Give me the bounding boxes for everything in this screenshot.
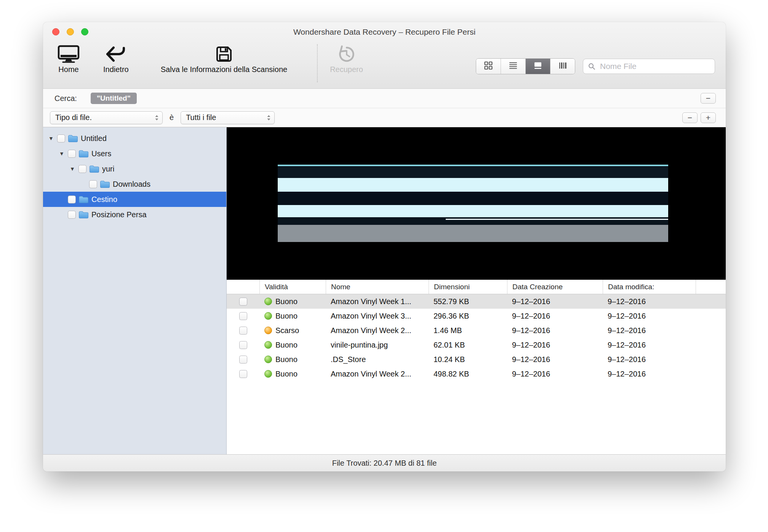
validity-label: Scarso <box>275 326 299 335</box>
remove-filter-button[interactable]: − <box>682 112 698 123</box>
file-type-value: Tipo di file. <box>55 113 92 122</box>
home-button[interactable]: Home <box>58 44 80 74</box>
grid-view-icon <box>483 61 493 72</box>
toolbar-divider <box>317 44 318 82</box>
row-checkbox[interactable] <box>239 356 247 364</box>
file-modified: 9–12–2016 <box>603 312 696 320</box>
status-bar: File Trovati: 20.47 MB di 81 file <box>43 454 726 471</box>
row-checkbox[interactable] <box>239 341 247 349</box>
folder-checkbox[interactable] <box>57 135 65 143</box>
folder-icon <box>78 195 89 204</box>
file-size: 1.46 MB <box>429 326 507 335</box>
file-modified: 9–12–2016 <box>603 297 696 306</box>
row-checkbox[interactable] <box>239 312 247 320</box>
column-header-created[interactable]: Data Creazione <box>507 280 603 294</box>
disclosure-triangle-icon[interactable]: ▼ <box>69 166 76 172</box>
file-name: vinile-puntina.jpg <box>326 341 429 349</box>
file-row[interactable]: BuonoAmazon Vinyl Week 2...498.82 KB9–12… <box>227 367 726 381</box>
file-name: Amazon Vinyl Week 3... <box>326 312 429 320</box>
file-kind-dropdown[interactable]: Tutti i file <box>181 111 275 124</box>
search-criteria-bar: Cerca: "Untitled" − <box>43 89 726 108</box>
folder-label: Users <box>91 149 111 158</box>
add-filter-button[interactable]: + <box>701 112 716 123</box>
filter-criteria-bar: Tipo di file. è Tutti i file − + <box>43 108 726 127</box>
back-button[interactable]: Indietro <box>103 44 129 74</box>
column-header-validity[interactable]: Validità <box>259 280 326 294</box>
close-button[interactable] <box>52 28 59 35</box>
file-list: BuonoAmazon Vinyl Week 1...552.79 KB9–12… <box>227 294 726 381</box>
disclosure-triangle-icon[interactable]: ▼ <box>48 135 54 141</box>
folder-checkbox[interactable] <box>68 150 76 158</box>
file-size: 498.82 KB <box>429 370 507 378</box>
zoom-button[interactable] <box>81 28 88 35</box>
validity-label: Buono <box>275 355 298 364</box>
file-row[interactable]: ScarsoAmazon Vinyl Week 2...1.46 MB9–12–… <box>227 323 726 338</box>
validity-label: Buono <box>275 370 298 378</box>
filter-connector-label: è <box>170 113 174 122</box>
file-kind-value: Tutti i file <box>186 113 216 122</box>
validity-label: Buono <box>275 341 298 349</box>
recover-label: Recupero <box>330 65 363 74</box>
preview-image <box>278 165 669 242</box>
row-checkbox[interactable] <box>239 298 247 306</box>
folder-checkbox[interactable] <box>68 211 76 219</box>
file-size: 10.24 KB <box>429 355 507 364</box>
row-checkbox[interactable] <box>239 370 247 378</box>
back-label: Indietro <box>103 65 129 74</box>
search-input[interactable] <box>599 61 710 71</box>
file-modified: 9–12–2016 <box>603 326 696 335</box>
file-search-field[interactable] <box>583 59 715 74</box>
sidebar-item-yuri[interactable]: ▼yuri <box>43 161 226 176</box>
toolbar: Home Indietro <box>43 42 726 88</box>
monitor-icon <box>58 44 80 63</box>
chevron-updown-icon <box>155 114 159 121</box>
grid-view-button[interactable] <box>476 59 501 74</box>
sidebar-item-users[interactable]: ▼Users <box>43 146 226 161</box>
file-row[interactable]: Buono.DS_Store10.24 KB9–12–20169–12–2016 <box>227 352 726 367</box>
column-header-modified[interactable]: Data modifica: <box>603 280 696 294</box>
file-row[interactable]: Buonovinile-puntina.jpg62.01 KB9–12–2016… <box>227 338 726 352</box>
file-size: 296.36 KB <box>429 312 507 320</box>
floppy-disk-icon <box>215 44 233 63</box>
save-scan-info-button[interactable]: Salva le Informazioni della Scansione <box>161 44 287 74</box>
disclosure-triangle-icon[interactable]: ▼ <box>58 151 65 157</box>
sidebar-item-posizione-persa[interactable]: Posizione Persa <box>43 207 226 222</box>
file-name: .DS_Store <box>326 355 429 364</box>
folder-checkbox[interactable] <box>68 195 76 204</box>
column-header-size[interactable]: Dimensioni <box>429 280 507 294</box>
folder-checkbox[interactable] <box>78 165 86 173</box>
sidebar-item-downloads[interactable]: Downloads <box>43 176 226 192</box>
folder-checkbox[interactable] <box>89 180 97 188</box>
folder-label: Untitled <box>81 134 107 143</box>
file-row[interactable]: BuonoAmazon Vinyl Week 1...552.79 KB9–12… <box>227 294 726 309</box>
sidebar-item-cestino[interactable]: Cestino <box>43 192 226 207</box>
folder-label: Posizione Persa <box>91 210 147 219</box>
remove-search-row-button[interactable]: − <box>701 93 716 104</box>
search-scope-label: Cerca: <box>54 94 77 103</box>
unified-toolbar: Wondershare Data Recovery – Recupero Fil… <box>43 22 726 89</box>
sidebar-item-untitled[interactable]: ▼Untitled <box>43 131 226 146</box>
validity-dot <box>264 356 272 363</box>
view-mode-control <box>476 58 575 74</box>
restore-arrow-icon <box>337 44 356 63</box>
app-window: Wondershare Data Recovery – Recupero Fil… <box>43 22 726 471</box>
validity-label: Buono <box>275 297 298 306</box>
file-created: 9–12–2016 <box>507 326 603 335</box>
recover-button[interactable]: Recupero <box>330 44 363 74</box>
folder-label: yuri <box>102 165 114 173</box>
preview-view-button[interactable] <box>525 59 550 74</box>
file-table: Validità Nome Dimensioni Data Creazione … <box>227 280 726 454</box>
search-token-untitled[interactable]: "Untitled" <box>91 93 137 104</box>
file-created: 9–12–2016 <box>507 297 603 306</box>
save-scan-info-label: Salva le Informazioni della Scansione <box>161 65 287 74</box>
folder-icon <box>78 149 89 158</box>
file-type-dropdown[interactable]: Tipo di file. <box>50 111 163 124</box>
list-view-button[interactable] <box>501 59 525 74</box>
minimize-button[interactable] <box>67 28 74 35</box>
file-name: Amazon Vinyl Week 2... <box>326 326 429 335</box>
file-row[interactable]: BuonoAmazon Vinyl Week 3...296.36 KB9–12… <box>227 309 726 323</box>
row-checkbox[interactable] <box>239 327 247 335</box>
column-view-icon <box>558 61 568 72</box>
column-header-name[interactable]: Nome <box>326 280 429 294</box>
column-view-button[interactable] <box>550 59 575 74</box>
